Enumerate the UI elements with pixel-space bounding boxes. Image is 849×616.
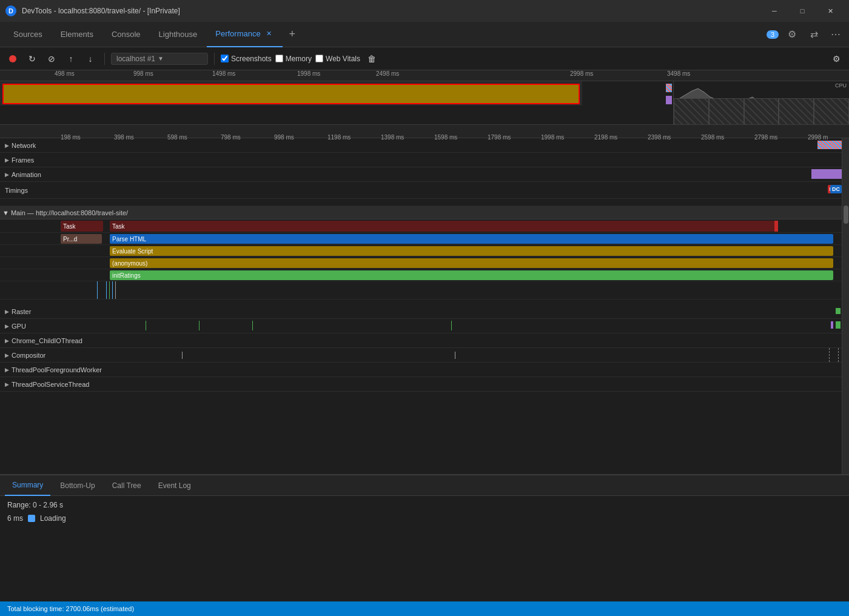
- compositor-label[interactable]: ▶ Compositor: [0, 348, 61, 362]
- gpu-purple-bar: [831, 321, 833, 329]
- close-button[interactable]: ✕: [816, 0, 844, 22]
- minimize-button[interactable]: ─: [760, 0, 788, 22]
- compositor-dash-2: [838, 348, 839, 362]
- svg-text:D: D: [8, 7, 13, 15]
- chrome-child-label[interactable]: ▶ Chrome_ChildIOThread: [0, 333, 85, 347]
- tab-add-button[interactable]: +: [284, 26, 301, 43]
- gpu-tick-4: [451, 321, 452, 330]
- task-bar-red-end: [774, 221, 778, 232]
- statusbar: Total blocking time: 2700.06ms (estimate…: [0, 601, 849, 616]
- compositor-content: [61, 348, 842, 362]
- thumb-5: [814, 98, 849, 125]
- frames-content: [61, 153, 842, 167]
- network-label[interactable]: ▶ Network: [0, 138, 61, 152]
- frames-text: Frames: [12, 156, 34, 164]
- clear-button[interactable]: ⊘: [44, 51, 59, 67]
- tab-bar: Sources Elements Console Lighthouse Perf…: [0, 22, 849, 47]
- threadpool-fg-content: [109, 363, 842, 377]
- compositor-dash-1: [829, 348, 830, 362]
- tab-bottom-up[interactable]: Bottom-Up: [53, 475, 102, 496]
- tab-summary[interactable]: Summary: [5, 475, 50, 496]
- settings-toolbar-btn[interactable]: ⚙: [828, 51, 844, 67]
- timeline-row-threadpool-svc: ▶ ThreadPoolServiceThread: [0, 377, 842, 392]
- tab-event-log[interactable]: Event Log: [151, 475, 198, 496]
- range-text: Range: 0 - 2.96 s: [7, 501, 842, 509]
- eval-script-content: Evaluate Script: [61, 245, 834, 257]
- web-vitals-checkbox[interactable]: [315, 55, 323, 62]
- gpu-tick-3: [252, 321, 253, 330]
- timings-label: Timings: [0, 182, 61, 198]
- overview-area[interactable]: 498 ms 998 ms 1498 ms 1998 ms 2498 ms 29…: [0, 70, 849, 125]
- more-icon[interactable]: ⋯: [827, 26, 844, 43]
- tab-sources-label: Sources: [13, 30, 42, 39]
- timeline-row-raster: ▶ Raster: [0, 304, 842, 319]
- gpu-content: [61, 319, 842, 333]
- screenshots-checkbox[interactable]: [221, 55, 229, 62]
- web-vitals-toggle[interactable]: Web Vitals: [315, 55, 360, 63]
- timeline-scroll[interactable]: ▶ Network ▶ Frames ▶: [0, 138, 842, 474]
- settings-icon[interactable]: ⚙: [784, 26, 800, 43]
- tab-elements[interactable]: Elements: [52, 22, 102, 47]
- tab-performance-close[interactable]: ✕: [264, 29, 274, 39]
- timings-text: Timings: [5, 187, 28, 194]
- scrollbar-thumb[interactable]: [844, 206, 848, 224]
- reload-button[interactable]: ↻: [24, 51, 40, 67]
- frames-label[interactable]: ▶ Frames: [0, 153, 61, 167]
- timeline-body: ▶ Network ▶ Frames ▶: [0, 138, 849, 474]
- bottom-panel: Summary Bottom-Up Call Tree Event Log Ra…: [0, 474, 849, 601]
- record-button[interactable]: [5, 51, 21, 67]
- download-button[interactable]: ↓: [82, 51, 98, 67]
- event-log-label: Event Log: [158, 481, 191, 490]
- thumb-2: [709, 98, 744, 125]
- tab-console[interactable]: Console: [103, 22, 149, 47]
- loading-color-box: [28, 515, 35, 522]
- parse-html-content: Pr...d Parse HTML: [61, 233, 834, 245]
- bottom-tabs: Summary Bottom-Up Call Tree Event Log: [0, 475, 849, 496]
- eval-script-bar: Evaluate Script: [110, 246, 833, 256]
- tabbar-right: 3 ⚙ ⇄ ⋯: [767, 26, 844, 43]
- network-text: Network: [12, 142, 36, 149]
- timeline-scrollbar[interactable]: [842, 138, 849, 474]
- init-ratings-row: initRatings: [0, 269, 842, 281]
- animation-label[interactable]: ▶ Animation: [0, 167, 61, 181]
- tab-performance-label: Performance: [215, 29, 260, 38]
- threadpool-svc-content: [109, 377, 842, 391]
- notification-badge: 3: [767, 30, 779, 39]
- raster-text: Raster: [12, 308, 31, 315]
- timeline-timescale: 198 ms 398 ms 598 ms 798 ms 998 ms 1198 …: [0, 125, 849, 138]
- compositor-arrow: ▶: [5, 352, 9, 358]
- gpu-label[interactable]: ▶ GPU: [0, 319, 61, 333]
- tab-sources[interactable]: Sources: [5, 22, 51, 47]
- overview-content[interactable]: CPU NET: [0, 81, 849, 125]
- tab-performance[interactable]: Performance ✕: [207, 22, 282, 47]
- main-thread-header: ▼ Main — http://localhost:8080/travel-si…: [0, 206, 842, 219]
- tab-call-tree[interactable]: Call Tree: [105, 475, 149, 496]
- memory-label: Memory: [286, 55, 312, 63]
- url-selector[interactable]: localhost #1 ▼: [111, 53, 208, 65]
- main-thread-label: ▼ Main — http://localhost:8080/travel-si…: [2, 209, 128, 216]
- raster-label[interactable]: ▶ Raster: [0, 304, 61, 318]
- threadpool-fg-label[interactable]: ▶ ThreadPoolForegroundWorker: [0, 363, 109, 377]
- memory-checkbox[interactable]: [275, 55, 283, 62]
- loading-value: 6 ms: [7, 514, 23, 523]
- screenshots-toggle[interactable]: Screenshots: [221, 55, 272, 63]
- task-bar-2: Task: [110, 221, 777, 232]
- upload-button[interactable]: ↑: [63, 51, 79, 67]
- memory-toggle[interactable]: Memory: [275, 55, 312, 63]
- screenshots-label: Screenshots: [231, 55, 272, 63]
- tab-elements-label: Elements: [61, 30, 93, 39]
- blue-tick-1: [97, 281, 98, 299]
- threadpool-svc-label[interactable]: ▶ ThreadPoolServiceThread: [0, 377, 109, 391]
- window-controls: ─ □ ✕: [760, 0, 844, 22]
- trash-button[interactable]: 🗑: [364, 51, 380, 67]
- ov-tick-3: 1498 ms: [212, 70, 235, 77]
- chrome-child-content: [85, 333, 842, 347]
- url-value: localhost #1: [116, 55, 155, 63]
- compositor-tick-2: [455, 352, 455, 359]
- cast-icon[interactable]: ⇄: [805, 26, 822, 43]
- animation-bar-right: [811, 169, 842, 179]
- maximize-button[interactable]: □: [788, 0, 816, 22]
- raster-content: [61, 304, 842, 318]
- call-tree-label: Call Tree: [112, 481, 141, 490]
- tab-lighthouse[interactable]: Lighthouse: [150, 22, 206, 47]
